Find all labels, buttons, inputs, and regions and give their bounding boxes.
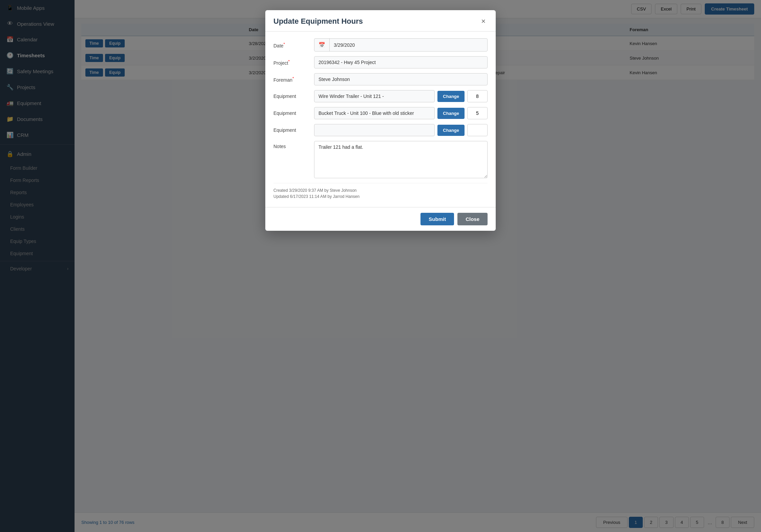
- equipment3-row: Equipment Change: [273, 124, 488, 136]
- date-input[interactable]: [330, 39, 487, 51]
- equipment2-hours-input[interactable]: [467, 107, 488, 119]
- equipment2-input[interactable]: [314, 107, 435, 119]
- close-button[interactable]: Close: [457, 213, 488, 225]
- equipment1-controls: Change: [314, 90, 488, 102]
- project-row: Project*: [273, 56, 488, 68]
- foreman-row: Foreman*: [273, 73, 488, 85]
- project-label: Project*: [273, 59, 314, 66]
- created-meta: Created 3/29/2020 9:37 AM by Steve Johns…: [273, 188, 488, 193]
- equipment1-change-button[interactable]: Change: [437, 91, 465, 102]
- equipment3-hours-input[interactable]: [467, 124, 488, 136]
- equipment2-row: Equipment Change: [273, 107, 488, 119]
- date-input-wrap: 📅: [314, 38, 488, 52]
- foreman-label: Foreman*: [273, 76, 314, 83]
- date-row: Date* 📅: [273, 38, 488, 52]
- foreman-input[interactable]: [314, 73, 488, 85]
- equipment3-label: Equipment: [273, 127, 314, 133]
- modal-title: Update Equipment Hours: [273, 17, 363, 26]
- equipment1-hours-input[interactable]: [467, 90, 488, 102]
- equipment2-controls: Change: [314, 107, 488, 119]
- equipment1-input[interactable]: [314, 90, 435, 102]
- notes-label: Notes: [273, 141, 314, 149]
- modal-body: Date* 📅 Project* Foreman*: [265, 32, 496, 207]
- equipment3-input[interactable]: [314, 124, 435, 136]
- modal-close-button[interactable]: ×: [479, 17, 488, 26]
- modal-overlay: Update Equipment Hours × Date* 📅 Project…: [0, 0, 761, 532]
- updated-meta: Updated 6/17/2023 11:14 AM by Jarrod Han…: [273, 194, 488, 199]
- equipment2-label: Equipment: [273, 110, 314, 116]
- date-label: Date*: [273, 42, 314, 48]
- modal-meta: Created 3/29/2020 9:37 AM by Steve Johns…: [273, 183, 488, 199]
- project-input[interactable]: [314, 56, 488, 68]
- update-equipment-hours-modal: Update Equipment Hours × Date* 📅 Project…: [265, 10, 496, 231]
- calendar-icon: 📅: [314, 39, 330, 51]
- equipment3-change-button[interactable]: Change: [437, 125, 465, 136]
- equipment1-label: Equipment: [273, 94, 314, 99]
- notes-row: Notes Trailer 121 had a flat.: [273, 141, 488, 178]
- modal-footer: Submit Close: [265, 207, 496, 231]
- modal-header: Update Equipment Hours ×: [265, 10, 496, 32]
- notes-textarea[interactable]: Trailer 121 had a flat.: [314, 141, 488, 178]
- equipment2-change-button[interactable]: Change: [437, 108, 465, 119]
- submit-button[interactable]: Submit: [420, 213, 454, 225]
- equipment3-controls: Change: [314, 124, 488, 136]
- equipment1-row: Equipment Change: [273, 90, 488, 102]
